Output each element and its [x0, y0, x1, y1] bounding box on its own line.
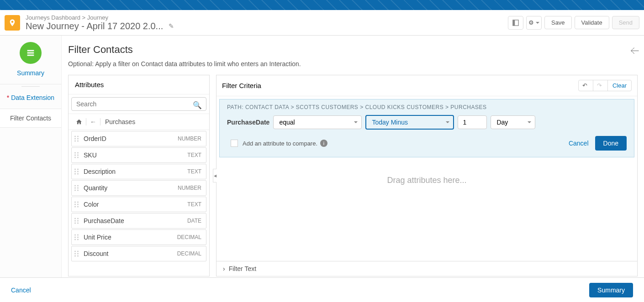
- edit-title-icon[interactable]: ✎: [169, 22, 174, 30]
- validate-button[interactable]: Validate: [575, 16, 609, 29]
- content-heading: Filter Contacts: [68, 44, 638, 56]
- add-attribute-checkbox[interactable]: [231, 140, 238, 147]
- attribute-type: DATE: [187, 218, 201, 224]
- config-steps-nav: Summary * Data Extension Filter Contacts: [0, 36, 62, 302]
- attribute-type: NUMBER: [178, 135, 201, 142]
- criteria-toolbar: ↶ ↷ Clear: [578, 80, 632, 91]
- location-marker-icon: [5, 15, 20, 31]
- drag-handle-icon: [74, 152, 79, 158]
- panel-toggle-button[interactable]: [508, 16, 523, 30]
- cancel-criteria-button[interactable]: Cancel: [569, 140, 589, 147]
- content-subtitle: Optional: Apply a filter on Contact data…: [68, 60, 638, 68]
- attribute-item[interactable]: Unit PriceDECIMAL: [71, 229, 206, 245]
- main-area: Summary * Data Extension Filter Contacts…: [0, 36, 644, 302]
- save-button[interactable]: Save: [544, 16, 572, 29]
- attribute-type: TEXT: [187, 152, 201, 158]
- unit-select[interactable]: Day: [491, 115, 535, 129]
- nav-data-extension[interactable]: * Data Extension: [0, 84, 61, 109]
- attributes-location: Purchases: [105, 118, 135, 125]
- attribute-type: DECIMAL: [177, 250, 201, 257]
- attribute-item[interactable]: PurchaseDateDATE: [71, 213, 206, 229]
- info-icon[interactable]: i: [320, 140, 327, 147]
- footer-cancel-button[interactable]: Cancel: [11, 286, 31, 294]
- app-header: Journeys Dashboard > Journey New Journey…: [0, 10, 644, 36]
- filter-text-toggle[interactable]: › Filter Text: [216, 261, 637, 276]
- number-value: 1: [463, 119, 466, 126]
- drag-handle-icon: [74, 169, 79, 175]
- compare-label: Add an attribute to compare.: [243, 140, 317, 147]
- attribute-name: PurchaseDate: [84, 217, 124, 224]
- nav-summary[interactable]: Summary: [0, 68, 61, 84]
- footer-summary-button[interactable]: Summary: [589, 283, 633, 297]
- drag-handle-icon: [74, 185, 79, 191]
- svg-rect-1: [513, 20, 515, 25]
- criteria-panel: ◀ Filter Criteria ↶ ↷ Clear PATH: CONTAC…: [216, 75, 638, 276]
- chevron-down-icon: [354, 121, 358, 123]
- attribute-item[interactable]: ColorTEXT: [71, 197, 206, 212]
- clear-button[interactable]: Clear: [607, 80, 631, 91]
- attribute-name: Discount: [84, 250, 108, 257]
- page-title: New Journey - April 17 2020 2.0...: [26, 21, 163, 31]
- breadcrumb-sep: >: [82, 14, 86, 21]
- attribute-name: OrderID: [84, 135, 106, 142]
- collapse-handle-icon[interactable]: ◀: [213, 169, 216, 182]
- svg-rect-4: [27, 55, 34, 56]
- drag-handle-icon: [74, 202, 79, 208]
- attribute-name: SKU: [84, 151, 97, 159]
- attributes-panel: Attributes 🔍 ← Purchases OrderI: [68, 75, 210, 276]
- back-icon[interactable]: ←: [87, 117, 99, 127]
- attribute-name: Unit Price: [84, 234, 111, 241]
- attribute-type: TEXT: [187, 168, 201, 175]
- attributes-header: Attributes: [69, 75, 209, 94]
- nav-filter-contacts[interactable]: Filter Contacts: [0, 109, 61, 128]
- criteria-path: PATH: CONTACT DATA > SCOTTS CUSTOMERS > …: [227, 104, 627, 110]
- relative-date-select[interactable]: Today Minus: [365, 115, 454, 130]
- criteria-editor: PATH: CONTACT DATA > SCOTTS CUSTOMERS > …: [219, 99, 634, 157]
- attribute-type: DECIMAL: [177, 234, 201, 240]
- breadcrumb-root[interactable]: Journeys Dashboard: [26, 14, 80, 21]
- attribute-name: Description: [84, 168, 116, 175]
- breadcrumb: Journeys Dashboard > Journey: [26, 14, 174, 21]
- panel-icon: [512, 20, 519, 26]
- filter-text-label: Filter Text: [229, 265, 256, 272]
- chevron-down-icon: [446, 121, 449, 123]
- chevron-down-icon: [536, 22, 539, 24]
- criteria-field-label: PurchaseDate: [227, 119, 269, 126]
- attribute-name: Color: [84, 201, 99, 208]
- chevron-right-icon: ›: [223, 265, 225, 272]
- undo-icon[interactable]: ↶: [579, 80, 591, 91]
- home-icon[interactable]: [73, 117, 85, 127]
- relative-date-value: Today Minus: [372, 119, 408, 126]
- drag-handle-icon: [74, 136, 79, 142]
- drag-handle-icon: [74, 234, 79, 240]
- required-marker: *: [7, 94, 9, 101]
- number-input[interactable]: 1: [458, 115, 487, 129]
- operator-select[interactable]: equal: [273, 115, 362, 129]
- operator-value: equal: [279, 119, 295, 126]
- gear-icon: ⚙: [528, 19, 534, 26]
- send-button: Send: [612, 16, 639, 29]
- drag-handle-icon: [74, 218, 79, 224]
- attribute-type: TEXT: [187, 201, 201, 208]
- attribute-item[interactable]: DescriptionTEXT: [71, 164, 206, 179]
- breadcrumb-and-title: Journeys Dashboard > Journey New Journey…: [26, 14, 174, 31]
- svg-rect-3: [27, 52, 34, 54]
- attribute-item[interactable]: DiscountDECIMAL: [71, 246, 206, 261]
- attribute-item[interactable]: SKUTEXT: [71, 147, 206, 163]
- attribute-search-input[interactable]: [71, 97, 206, 111]
- content-pane: 🡠 Filter Contacts Optional: Apply a filt…: [62, 36, 644, 302]
- back-arrow-icon[interactable]: 🡠: [630, 46, 639, 56]
- attribute-item[interactable]: QuantityNUMBER: [71, 180, 206, 196]
- entry-source-icon: [20, 42, 42, 64]
- done-button[interactable]: Done: [595, 136, 627, 151]
- search-icon: 🔍: [193, 101, 202, 109]
- footer-bar: Cancel Summary: [0, 277, 644, 302]
- drag-attributes-hint: Drag attributes here...: [216, 176, 637, 185]
- attributes-location-bar: ← Purchases: [69, 114, 209, 130]
- svg-rect-2: [27, 50, 34, 52]
- attribute-type: NUMBER: [178, 185, 201, 191]
- attribute-item[interactable]: OrderIDNUMBER: [71, 131, 206, 146]
- attribute-list: OrderIDNUMBERSKUTEXTDescriptionTEXTQuant…: [69, 130, 209, 276]
- settings-gear-button[interactable]: ⚙: [526, 16, 542, 30]
- path-prefix: PATH:: [227, 104, 243, 110]
